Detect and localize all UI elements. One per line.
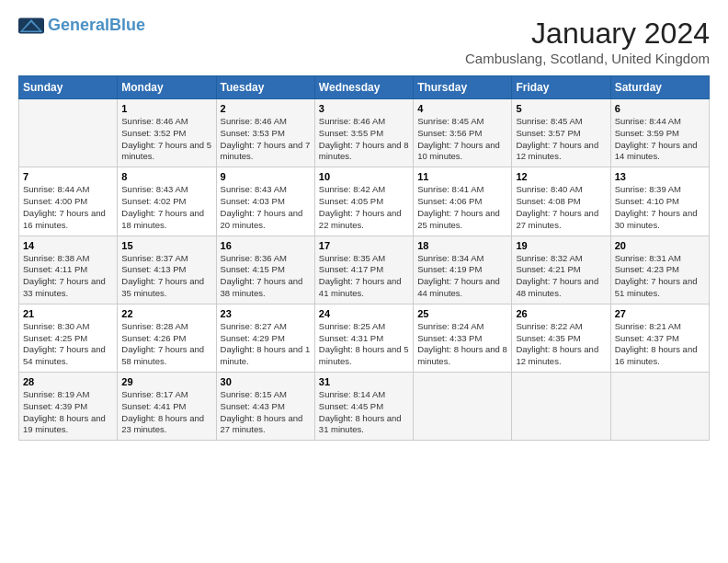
- calendar-cell: 9Sunrise: 8:43 AMSunset: 4:03 PMDaylight…: [216, 167, 314, 236]
- calendar-cell: [19, 99, 118, 167]
- day-number: 4: [417, 103, 507, 114]
- day-number: 15: [121, 240, 211, 251]
- month-title: January 2024: [465, 17, 710, 51]
- day-info: Sunrise: 8:36 AMSunset: 4:15 PMDaylight:…: [221, 253, 311, 300]
- day-info: Sunrise: 8:34 AMSunset: 4:19 PMDaylight:…: [417, 253, 507, 300]
- calendar-cell: 23Sunrise: 8:27 AMSunset: 4:29 PMDayligh…: [216, 304, 314, 372]
- day-info: Sunrise: 8:28 AMSunset: 4:26 PMDaylight:…: [121, 321, 211, 368]
- calendar-cell: 28Sunrise: 8:19 AMSunset: 4:39 PMDayligh…: [19, 373, 118, 441]
- logo-text: GeneralBlue: [48, 17, 145, 35]
- day-number: 17: [319, 240, 409, 251]
- calendar-cell: 18Sunrise: 8:34 AMSunset: 4:19 PMDayligh…: [414, 236, 512, 304]
- day-number: 18: [417, 240, 507, 251]
- day-info: Sunrise: 8:38 AMSunset: 4:11 PMDaylight:…: [23, 253, 113, 300]
- calendar-cell: 27Sunrise: 8:21 AMSunset: 4:37 PMDayligh…: [610, 304, 709, 372]
- day-number: 13: [615, 171, 705, 182]
- day-info: Sunrise: 8:22 AMSunset: 4:35 PMDaylight:…: [516, 321, 606, 368]
- day-info: Sunrise: 8:24 AMSunset: 4:33 PMDaylight:…: [417, 321, 507, 368]
- calendar-cell: 4Sunrise: 8:45 AMSunset: 3:56 PMDaylight…: [414, 99, 512, 167]
- calendar-cell: 29Sunrise: 8:17 AMSunset: 4:41 PMDayligh…: [118, 373, 216, 441]
- logo-icon: [18, 17, 44, 34]
- day-info: Sunrise: 8:44 AMSunset: 3:59 PMDaylight:…: [615, 116, 705, 163]
- day-number: 29: [121, 376, 211, 387]
- calendar-table: SundayMondayTuesdayWednesdayThursdayFrid…: [18, 75, 710, 441]
- calendar-cell: 25Sunrise: 8:24 AMSunset: 4:33 PMDayligh…: [414, 304, 512, 372]
- day-number: 20: [615, 240, 705, 251]
- day-number: 23: [221, 308, 311, 319]
- day-info: Sunrise: 8:15 AMSunset: 4:43 PMDaylight:…: [221, 389, 311, 436]
- day-number: 28: [23, 376, 113, 387]
- day-info: Sunrise: 8:42 AMSunset: 4:05 PMDaylight:…: [319, 184, 409, 231]
- calendar-cell: 3Sunrise: 8:46 AMSunset: 3:55 PMDaylight…: [314, 99, 413, 167]
- day-number: 6: [615, 103, 705, 114]
- calendar-cell: 20Sunrise: 8:31 AMSunset: 4:23 PMDayligh…: [610, 236, 709, 304]
- calendar-cell: [610, 373, 709, 441]
- day-number: 25: [417, 308, 507, 319]
- calendar-cell: 14Sunrise: 8:38 AMSunset: 4:11 PMDayligh…: [19, 236, 118, 304]
- day-info: Sunrise: 8:41 AMSunset: 4:06 PMDaylight:…: [417, 184, 507, 231]
- calendar-cell: 26Sunrise: 8:22 AMSunset: 4:35 PMDayligh…: [512, 304, 610, 372]
- calendar-cell: 13Sunrise: 8:39 AMSunset: 4:10 PMDayligh…: [610, 167, 709, 236]
- calendar-cell: 1Sunrise: 8:46 AMSunset: 3:52 PMDaylight…: [118, 99, 216, 167]
- day-number: 16: [221, 240, 311, 251]
- day-number: 3: [319, 103, 409, 114]
- day-info: Sunrise: 8:45 AMSunset: 3:57 PMDaylight:…: [516, 116, 606, 163]
- day-info: Sunrise: 8:21 AMSunset: 4:37 PMDaylight:…: [615, 321, 705, 368]
- day-number: 27: [615, 308, 705, 319]
- day-number: 19: [516, 240, 606, 251]
- day-info: Sunrise: 8:32 AMSunset: 4:21 PMDaylight:…: [516, 253, 606, 300]
- day-number: 21: [23, 308, 113, 319]
- calendar-cell: 17Sunrise: 8:35 AMSunset: 4:17 PMDayligh…: [314, 236, 413, 304]
- calendar-cell: 22Sunrise: 8:28 AMSunset: 4:26 PMDayligh…: [118, 304, 216, 372]
- column-header-thursday: Thursday: [414, 76, 512, 99]
- calendar-cell: 19Sunrise: 8:32 AMSunset: 4:21 PMDayligh…: [512, 236, 610, 304]
- column-header-saturday: Saturday: [610, 76, 709, 99]
- day-number: 14: [23, 240, 113, 251]
- day-number: 5: [516, 103, 606, 114]
- header: GeneralBlue January 2024 Cambuslang, Sco…: [18, 17, 710, 66]
- day-number: 2: [221, 103, 311, 114]
- calendar-cell: 21Sunrise: 8:30 AMSunset: 4:25 PMDayligh…: [19, 304, 118, 372]
- day-number: 11: [417, 171, 507, 182]
- calendar-cell: 31Sunrise: 8:14 AMSunset: 4:45 PMDayligh…: [314, 373, 413, 441]
- day-info: Sunrise: 8:37 AMSunset: 4:13 PMDaylight:…: [121, 253, 211, 300]
- day-info: Sunrise: 8:46 AMSunset: 3:52 PMDaylight:…: [121, 116, 211, 163]
- day-info: Sunrise: 8:46 AMSunset: 3:55 PMDaylight:…: [319, 116, 409, 163]
- calendar-cell: [512, 373, 610, 441]
- logo: GeneralBlue: [18, 17, 145, 35]
- day-number: 12: [516, 171, 606, 182]
- day-number: 31: [319, 376, 409, 387]
- location: Cambuslang, Scotland, United Kingdom: [465, 51, 710, 66]
- column-header-monday: Monday: [118, 76, 216, 99]
- day-number: 10: [319, 171, 409, 182]
- calendar-cell: 6Sunrise: 8:44 AMSunset: 3:59 PMDaylight…: [610, 99, 709, 167]
- calendar-cell: 7Sunrise: 8:44 AMSunset: 4:00 PMDaylight…: [19, 167, 118, 236]
- day-number: 1: [121, 103, 211, 114]
- calendar-cell: 8Sunrise: 8:43 AMSunset: 4:02 PMDaylight…: [118, 167, 216, 236]
- column-header-tuesday: Tuesday: [216, 76, 314, 99]
- day-number: 7: [23, 171, 113, 182]
- day-info: Sunrise: 8:39 AMSunset: 4:10 PMDaylight:…: [615, 184, 705, 231]
- day-info: Sunrise: 8:30 AMSunset: 4:25 PMDaylight:…: [23, 321, 113, 368]
- day-info: Sunrise: 8:44 AMSunset: 4:00 PMDaylight:…: [23, 184, 113, 231]
- day-info: Sunrise: 8:45 AMSunset: 3:56 PMDaylight:…: [417, 116, 507, 163]
- day-info: Sunrise: 8:40 AMSunset: 4:08 PMDaylight:…: [516, 184, 606, 231]
- calendar-cell: 2Sunrise: 8:46 AMSunset: 3:53 PMDaylight…: [216, 99, 314, 167]
- day-info: Sunrise: 8:14 AMSunset: 4:45 PMDaylight:…: [319, 389, 409, 436]
- calendar-cell: 15Sunrise: 8:37 AMSunset: 4:13 PMDayligh…: [118, 236, 216, 304]
- day-number: 24: [319, 308, 409, 319]
- day-info: Sunrise: 8:46 AMSunset: 3:53 PMDaylight:…: [221, 116, 311, 163]
- column-header-friday: Friday: [512, 76, 610, 99]
- day-number: 22: [121, 308, 211, 319]
- calendar-cell: 11Sunrise: 8:41 AMSunset: 4:06 PMDayligh…: [414, 167, 512, 236]
- calendar-cell: 24Sunrise: 8:25 AMSunset: 4:31 PMDayligh…: [314, 304, 413, 372]
- column-header-sunday: Sunday: [19, 76, 118, 99]
- day-info: Sunrise: 8:17 AMSunset: 4:41 PMDaylight:…: [121, 389, 211, 436]
- calendar-cell: [414, 373, 512, 441]
- day-info: Sunrise: 8:31 AMSunset: 4:23 PMDaylight:…: [615, 253, 705, 300]
- column-header-wednesday: Wednesday: [314, 76, 413, 99]
- day-number: 26: [516, 308, 606, 319]
- day-info: Sunrise: 8:43 AMSunset: 4:02 PMDaylight:…: [121, 184, 211, 231]
- day-number: 30: [221, 376, 311, 387]
- day-info: Sunrise: 8:25 AMSunset: 4:31 PMDaylight:…: [319, 321, 409, 368]
